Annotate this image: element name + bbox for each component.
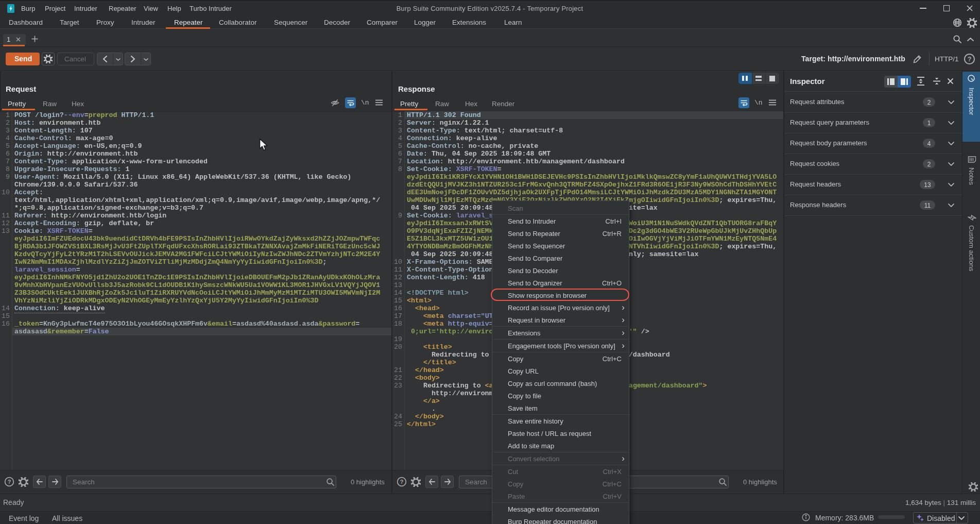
svg-text:?: ?	[400, 479, 403, 485]
svg-text:?: ?	[7, 479, 11, 485]
svg-text:?: ?	[968, 56, 972, 63]
